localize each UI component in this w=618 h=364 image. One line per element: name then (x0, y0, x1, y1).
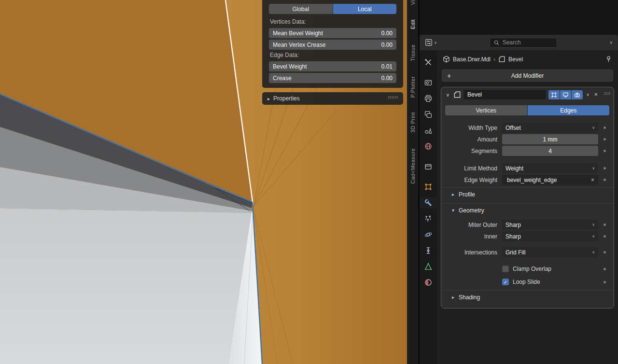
tab-world-properties[interactable] (420, 140, 437, 152)
mean-vertex-crease-field[interactable]: Mean Vertex Crease 0.00 (269, 40, 396, 50)
affect-toggle: Vertices Edges (445, 105, 609, 115)
toggle-edit-mode[interactable] (548, 90, 560, 99)
intersections-row: Intersections Grid Fill ∨ (445, 247, 611, 257)
modifier-extras-chevron-icon[interactable]: ∨ (585, 92, 590, 97)
collection-box-icon (424, 163, 432, 170)
sidebar-tab-cadmeasure[interactable]: Cad<Measure (407, 142, 418, 190)
miter-outer-dropdown[interactable]: Sharp ∨ (502, 220, 598, 230)
loop-slide-checkbox[interactable]: ✓ (502, 279, 509, 285)
panel-grip-icon[interactable]: ⠛⠛⠛ (388, 96, 398, 102)
shading-subpanel-header[interactable]: ▸ Shading (441, 290, 614, 304)
tab-material-properties[interactable] (420, 277, 437, 288)
sidebar-tab-pplotter[interactable]: P.Plotter (407, 70, 418, 103)
dropdown-value: Weight (506, 165, 523, 172)
segments-field[interactable]: 4 (502, 146, 598, 156)
tab-tool-properties[interactable] (420, 56, 437, 68)
edge-weight-field[interactable]: bevel_weight_edge × (502, 175, 598, 185)
decorator-dot[interactable] (604, 224, 606, 226)
space-local-button[interactable]: Local (333, 4, 397, 14)
bevel-weight-field[interactable]: Bevel Weight 0.01 (269, 61, 396, 71)
profile-subpanel-header[interactable]: ▸ Profile (441, 187, 614, 201)
search-input[interactable]: Search (490, 38, 557, 48)
cube-icon (443, 56, 450, 63)
pin-icon[interactable] (605, 56, 612, 63)
affect-vertices-button[interactable]: Vertices (445, 105, 527, 115)
tab-modifier-properties[interactable] (420, 197, 437, 209)
affect-edges-button[interactable]: Edges (527, 105, 610, 115)
breadcrumb-modifier-name[interactable]: Bevel (508, 56, 523, 63)
add-modifier-button[interactable]: + Add Modifier (442, 70, 613, 82)
tab-scene-properties[interactable] (420, 125, 437, 136)
decorator-dot[interactable] (604, 235, 606, 238)
tab-constraint-properties[interactable] (420, 245, 437, 256)
blender-window: Global Local Vertices Data: Mean Bevel W… (0, 0, 618, 364)
header-overflow-chevron-icon[interactable]: ∨ (608, 40, 614, 45)
clamp-overlap-checkbox[interactable] (502, 266, 509, 272)
tab-label: Tissue (410, 44, 416, 61)
field-label: Crease (273, 75, 292, 82)
limit-method-dropdown[interactable]: Weight ∨ (502, 163, 598, 173)
vertices-data-label: Vertices Data: (270, 18, 395, 25)
crease-field[interactable]: Crease 0.00 (269, 73, 396, 83)
tab-collection-properties[interactable] (420, 161, 437, 172)
properties-content: Base.Drwr.Mdl › Bevel (437, 50, 618, 364)
modifier-grip-icon[interactable]: ⠛⠛ (602, 92, 610, 98)
tab-particle-properties[interactable] (420, 213, 437, 224)
sidebar-tab-3dprint[interactable]: 3D Print (407, 106, 418, 138)
decorator-dot[interactable] (604, 138, 606, 140)
clear-icon[interactable]: × (589, 177, 596, 183)
sidebar-tab-tissue[interactable]: Tissue (407, 40, 418, 66)
decorator-dot[interactable] (604, 268, 606, 270)
expand-arrow-icon: ▸ (267, 96, 270, 101)
wrench-icon (424, 199, 432, 207)
mean-bevel-weight-field[interactable]: Mean Bevel Weight 0.00 (269, 28, 396, 38)
width-type-dropdown[interactable]: Offset ∨ (502, 123, 598, 133)
sidebar-tab-view[interactable]: View (407, 0, 418, 11)
breadcrumb-object-name[interactable]: Base.Drwr.Mdl (453, 56, 491, 63)
tab-object-properties[interactable] (420, 181, 437, 193)
decorator-dot[interactable] (604, 167, 606, 169)
width-type-row: Width Type Offset ∨ (445, 123, 611, 133)
dropdown-value: Sharp (506, 222, 521, 228)
decorator-dot[interactable] (604, 281, 606, 283)
subpanel-label: Profile (459, 191, 475, 198)
tab-view-layer-properties[interactable] (420, 109, 437, 120)
tab-label: Cad<Measure (410, 148, 416, 184)
row-label: Segments (445, 148, 502, 154)
decorator-dot[interactable] (604, 179, 606, 181)
miter-inner-dropdown[interactable]: Sharp ∨ (502, 231, 598, 241)
modifier-panel-header[interactable]: ∨ Bevel (441, 87, 614, 102)
modifier-close-icon[interactable]: × (593, 91, 599, 98)
row-label: Amount (445, 136, 502, 143)
tab-label: P.Plotter (410, 76, 416, 98)
n-panel-tab-strip: View Edit Tissue P.Plotter 3D Print Cad<… (407, 0, 418, 364)
tab-object-data-properties[interactable] (420, 261, 437, 272)
3d-viewport[interactable]: Global Local Vertices Data: Mean Bevel W… (0, 0, 407, 364)
sidebar-n-panel: Global Local Vertices Data: Mean Bevel W… (262, 0, 403, 105)
edit-mode-icon (551, 92, 557, 98)
properties-panel-header[interactable]: ▸ Properties ⠛⠛⠛ (262, 92, 403, 105)
chevron-down-icon: ∨ (592, 250, 595, 254)
decorator-dot[interactable] (604, 150, 606, 152)
tab-physics-properties[interactable] (420, 229, 437, 240)
intersections-dropdown[interactable]: Grid Fill ∨ (502, 247, 598, 257)
row-label: Edge Weight (445, 177, 502, 183)
field-label: Bevel Weight (273, 63, 307, 70)
editor-type-button[interactable]: ∨ (423, 38, 438, 47)
decorator-dot[interactable] (604, 126, 606, 129)
dropdown-value: Offset (506, 125, 521, 131)
tab-render-properties[interactable] (420, 77, 437, 88)
geometry-subpanel-header[interactable]: ▾ Geometry (441, 203, 614, 217)
modifier-name-field[interactable]: Bevel (464, 90, 546, 99)
space-global-button[interactable]: Global (269, 4, 333, 14)
bevel-modifier-panel: ∨ Bevel (441, 87, 614, 308)
tab-output-properties[interactable] (420, 93, 437, 104)
sidebar-tab-edit[interactable]: Edit (407, 14, 418, 35)
toggle-realtime[interactable] (560, 90, 571, 99)
subpanel-label: Shading (459, 294, 480, 301)
expand-chevron-icon[interactable]: ∨ (445, 92, 451, 98)
amount-field[interactable]: 1 mm (502, 134, 598, 144)
decorator-dot[interactable] (604, 251, 606, 253)
miter-outer-row: Miter Outer Sharp ∨ (445, 220, 611, 230)
toggle-render[interactable] (572, 90, 583, 99)
